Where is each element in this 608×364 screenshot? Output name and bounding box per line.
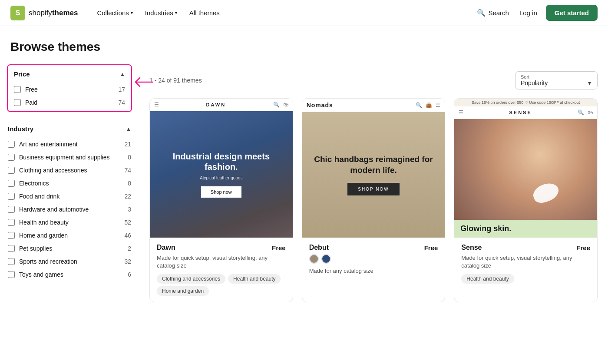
price-paid-option: Paid 74 — [8, 96, 131, 111]
themes-grid: ☰ DAWN 🔍 🛍 Industrial design meets fashi… — [149, 98, 598, 302]
price-filter-label: Price — [14, 70, 30, 78]
industry-item: Food and drink 22 — [7, 190, 132, 203]
arrow-annotation — [132, 76, 154, 90]
dawn-shop-button[interactable]: Shop now — [201, 186, 241, 198]
paid-checkbox[interactable] — [14, 99, 21, 106]
industry-checkbox[interactable] — [8, 193, 15, 200]
paid-label[interactable]: Paid — [25, 99, 114, 106]
dawn-preview: ☰ DAWN 🔍 🛍 Industrial design meets fashi… — [150, 99, 293, 238]
sense-name: Sense — [461, 244, 482, 251]
industry-checkbox[interactable] — [8, 141, 15, 148]
price-filter-header[interactable]: Price ▲ — [8, 65, 131, 83]
sense-card-info: Sense Free Made for quick setup, visual … — [454, 238, 597, 290]
login-button[interactable]: Log in — [514, 6, 542, 20]
get-started-button[interactable]: Get started — [546, 5, 598, 21]
debut-name: Debut — [309, 244, 329, 251]
industry-item: Business equipment and supplies 8 — [7, 151, 132, 164]
logo[interactable]: S shopifythemes — [10, 6, 78, 20]
industry-item: Toys and games 6 — [7, 268, 132, 281]
debut-desc: Made for any catalog size — [309, 267, 438, 275]
industry-label[interactable]: Home and garden — [19, 232, 120, 239]
chevron-up-icon: ▲ — [126, 126, 131, 132]
industry-item: Electronics 8 — [7, 177, 132, 190]
sense-headline: Glowing skin. — [460, 224, 591, 233]
tag: Home and garden — [157, 286, 209, 296]
industry-item: Hardware and automotive 3 — [7, 203, 132, 216]
industry-label[interactable]: Electronics — [19, 180, 123, 187]
industry-count: 3 — [128, 206, 131, 213]
industry-label[interactable]: Toys and games — [19, 271, 123, 278]
main-layout: Price ▲ Free 17 Paid 74 Industry ▲ — [0, 64, 608, 302]
dawn-headline: Industrial design meets fashion. — [159, 151, 284, 172]
logo-text: shopifythemes — [29, 9, 78, 17]
sort-value: Popularity — [521, 79, 548, 86]
industry-checkbox[interactable] — [8, 219, 15, 226]
industry-count: 52 — [124, 219, 131, 226]
industry-count: 21 — [124, 141, 131, 148]
industry-checkbox[interactable] — [8, 271, 15, 278]
industry-count: 2 — [128, 245, 131, 252]
industry-checkbox[interactable] — [8, 206, 15, 213]
industry-label[interactable]: Clothing and accessories — [19, 167, 120, 174]
sense-promo: Save 15% on orders over $50 ♡ Use code 1… — [454, 99, 597, 106]
industry-label[interactable]: Art and entertainment — [19, 141, 120, 148]
industry-label[interactable]: Sports and recreation — [19, 258, 120, 265]
industry-checkbox[interactable] — [8, 245, 15, 252]
industry-count: 8 — [128, 180, 131, 187]
industry-checkbox[interactable] — [8, 180, 15, 187]
sense-preview: Save 15% on orders over $50 ♡ Use code 1… — [454, 99, 597, 238]
dawn-price: Free — [272, 244, 286, 251]
debut-shop-button[interactable]: SHOP NOW — [347, 183, 399, 195]
industry-label[interactable]: Food and drink — [19, 193, 120, 200]
search-button[interactable]: 🔍 Search — [472, 5, 514, 20]
nav-all-themes[interactable]: All themes — [184, 6, 225, 20]
industry-label[interactable]: Business equipment and supplies — [19, 154, 123, 161]
sort-dropdown[interactable]: Sort Popularity ▾ — [515, 71, 598, 89]
debut-preview: Nomads 🔍 👜 ☰ Chic handbags reimagined fo… — [302, 99, 445, 238]
chevron-down-icon: ▾ — [588, 79, 591, 86]
theme-card-sense[interactable]: Save 15% on orders over $50 ♡ Use code 1… — [454, 98, 598, 302]
industry-label[interactable]: Health and beauty — [19, 219, 120, 226]
dawn-tags: Clothing and accessories Health and beau… — [157, 274, 286, 296]
page-header: Browse themes — [0, 26, 608, 64]
theme-card-dawn[interactable]: ☰ DAWN 🔍 🛍 Industrial design meets fashi… — [149, 98, 293, 302]
price-free-option: Free 17 — [8, 83, 131, 96]
debut-headline: Chic handbags reimagined for modern life… — [311, 154, 436, 175]
industry-count: 74 — [124, 167, 131, 174]
industry-label[interactable]: Hardware and automotive — [19, 206, 123, 213]
industry-count: 46 — [124, 232, 131, 239]
dawn-card-info: Dawn Free Made for quick setup, visual s… — [150, 238, 293, 302]
page-title: Browse themes — [10, 40, 598, 54]
industry-label[interactable]: Pet supplies — [19, 245, 123, 252]
results-count: 1 - 24 of 91 themes — [149, 77, 202, 84]
industry-item: Art and entertainment 21 — [7, 138, 132, 151]
industry-checkbox[interactable] — [8, 167, 15, 174]
color-swatch-1[interactable] — [309, 254, 319, 264]
industry-item: Home and garden 46 — [7, 229, 132, 242]
industry-checkbox[interactable] — [8, 232, 15, 239]
theme-card-debut[interactable]: Nomads 🔍 👜 ☰ Chic handbags reimagined fo… — [302, 98, 446, 302]
nav-industries[interactable]: Industries ▾ — [140, 6, 182, 20]
search-icon: 🔍 — [477, 9, 486, 17]
free-label[interactable]: Free — [25, 86, 114, 93]
industry-item: Pet supplies 2 — [7, 242, 132, 255]
industry-item: Health and beauty 52 — [7, 216, 132, 229]
industry-count: 22 — [124, 193, 131, 200]
nav-collections[interactable]: Collections ▾ — [92, 6, 138, 20]
sense-price: Free — [576, 244, 590, 251]
industry-checkbox[interactable] — [8, 258, 15, 265]
chevron-up-icon: ▲ — [120, 71, 125, 77]
industry-checkbox[interactable] — [8, 154, 15, 161]
industry-count: 8 — [128, 154, 131, 161]
free-checkbox[interactable] — [14, 86, 21, 93]
nav-menu: Collections ▾ Industries ▾ All themes — [92, 6, 225, 20]
debut-card-info: Debut Free Made for any catalog size — [302, 238, 445, 281]
color-swatch-2[interactable] — [321, 254, 331, 264]
debut-colors — [309, 254, 438, 264]
content-header: 1 - 24 of 91 themes Sort Popularity ▾ — [149, 64, 598, 98]
industry-filter-header[interactable]: Industry ▲ — [7, 121, 132, 138]
price-filter: Price ▲ Free 17 Paid 74 — [7, 64, 132, 112]
industry-item: Sports and recreation 32 — [7, 255, 132, 268]
industry-count: 32 — [124, 258, 131, 265]
dawn-subtext: Atypical leather goods — [159, 175, 284, 180]
